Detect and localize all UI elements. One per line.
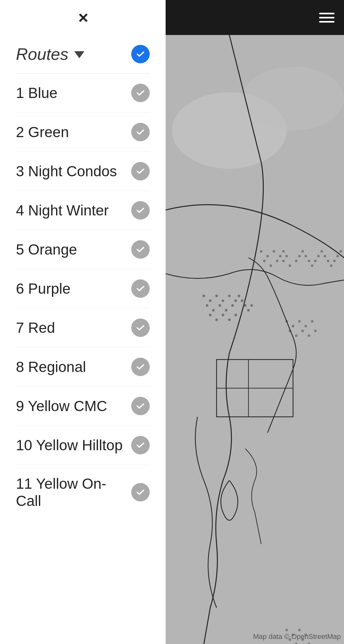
svg-point-39 xyxy=(234,299,237,302)
route-check-8[interactable] xyxy=(131,358,150,376)
svg-point-14 xyxy=(295,260,297,262)
svg-point-4 xyxy=(266,255,269,257)
svg-point-38 xyxy=(231,304,234,307)
svg-point-41 xyxy=(241,299,243,302)
route-check-2[interactable] xyxy=(131,123,150,141)
svg-point-37 xyxy=(225,309,227,312)
svg-point-26 xyxy=(333,260,336,262)
route-item-4[interactable]: 4 Night Winter xyxy=(16,191,150,230)
route-item-9[interactable]: 9 Yellow CMC xyxy=(16,387,150,426)
map-container: Map data © OpenStreetMap xyxy=(166,0,344,644)
svg-point-47 xyxy=(222,314,224,316)
route-check-5[interactable] xyxy=(131,240,150,259)
svg-point-17 xyxy=(305,255,307,257)
svg-point-57 xyxy=(301,330,304,332)
svg-point-7 xyxy=(269,264,272,267)
svg-point-15 xyxy=(298,255,301,257)
svg-point-28 xyxy=(340,250,342,253)
route-name-5: 5 Orange xyxy=(16,241,77,258)
routes-all-check[interactable] xyxy=(131,45,150,63)
route-item-8[interactable]: 8 Regional xyxy=(16,347,150,387)
route-item-2[interactable]: 2 Green xyxy=(16,113,150,152)
svg-point-23 xyxy=(324,255,326,257)
route-name-10: 10 Yellow Hilltop xyxy=(16,437,123,454)
svg-point-16 xyxy=(301,250,304,253)
svg-point-32 xyxy=(222,299,224,302)
route-item-7[interactable]: 7 Red xyxy=(16,308,150,347)
map-attribution: Map data © OpenStreetMap xyxy=(253,633,341,641)
svg-point-49 xyxy=(234,314,237,316)
sidebar-panel: ✕ Routes 1 Blue 2 Green 3 Night Condos 4… xyxy=(0,0,166,644)
svg-point-22 xyxy=(320,250,323,253)
route-check-6[interactable] xyxy=(131,279,150,298)
svg-point-10 xyxy=(282,250,285,253)
svg-point-53 xyxy=(305,325,307,327)
hamburger-menu-button[interactable] xyxy=(319,13,334,23)
svg-point-35 xyxy=(212,309,215,312)
route-name-11: 11 Yellow On-Call xyxy=(16,475,131,509)
route-name-1: 1 Blue xyxy=(16,84,57,102)
svg-point-36 xyxy=(219,304,221,307)
svg-point-52 xyxy=(298,320,301,323)
route-check-10[interactable] xyxy=(131,436,150,454)
close-button[interactable]: ✕ xyxy=(77,12,89,25)
svg-point-13 xyxy=(289,264,291,267)
route-check-9[interactable] xyxy=(131,397,150,415)
routes-dropdown-arrow[interactable] xyxy=(74,51,84,58)
svg-point-29 xyxy=(203,295,205,297)
route-name-3: 3 Night Condos xyxy=(16,163,117,180)
svg-point-12 xyxy=(282,260,285,262)
svg-point-5 xyxy=(273,250,275,253)
routes-label: Routes xyxy=(16,45,68,64)
svg-point-19 xyxy=(311,264,313,267)
svg-point-44 xyxy=(250,304,253,307)
route-list: 1 Blue 2 Green 3 Night Condos 4 Night Wi… xyxy=(0,74,166,520)
svg-point-65 xyxy=(298,629,301,631)
svg-point-34 xyxy=(206,304,208,307)
svg-point-54 xyxy=(311,320,313,323)
route-name-6: 6 Purple xyxy=(16,280,70,297)
route-item-6[interactable]: 6 Purple xyxy=(16,269,150,308)
svg-point-6 xyxy=(263,260,266,262)
svg-point-2 xyxy=(242,67,344,130)
svg-point-25 xyxy=(330,264,333,267)
svg-point-33 xyxy=(228,295,231,297)
svg-point-59 xyxy=(314,330,317,332)
svg-point-9 xyxy=(279,255,282,257)
route-item-1[interactable]: 1 Blue xyxy=(16,74,150,113)
route-check-1[interactable] xyxy=(131,84,150,102)
svg-point-24 xyxy=(327,260,329,262)
svg-point-3 xyxy=(260,250,262,253)
route-check-7[interactable] xyxy=(131,318,150,337)
svg-point-27 xyxy=(336,255,339,257)
map-attribution-text: Map data © OpenStreetMap xyxy=(253,633,341,640)
route-item-10[interactable]: 10 Yellow Hilltop xyxy=(16,426,150,465)
svg-point-21 xyxy=(317,255,320,257)
route-item-3[interactable]: 3 Night Condos xyxy=(16,152,150,191)
map-topbar xyxy=(166,0,344,35)
routes-title-group: Routes xyxy=(16,45,84,64)
route-name-4: 4 Night Winter xyxy=(16,202,109,219)
svg-point-45 xyxy=(209,314,211,316)
svg-point-8 xyxy=(276,260,278,262)
route-name-9: 9 Yellow CMC xyxy=(16,397,107,415)
sidebar-topbar: ✕ xyxy=(0,0,166,35)
route-name-7: 7 Red xyxy=(16,319,55,336)
svg-point-43 xyxy=(247,309,250,312)
route-check-3[interactable] xyxy=(131,162,150,180)
svg-point-58 xyxy=(308,334,310,337)
route-name-8: 8 Regional xyxy=(16,358,86,375)
route-name-2: 2 Green xyxy=(16,123,69,141)
svg-point-18 xyxy=(308,260,310,262)
map-view: Map data © OpenStreetMap xyxy=(166,35,344,644)
route-check-11[interactable] xyxy=(131,483,150,501)
route-item-11[interactable]: 11 Yellow On-Call xyxy=(16,465,150,520)
svg-point-63 xyxy=(285,629,288,631)
svg-point-51 xyxy=(292,325,294,327)
svg-point-30 xyxy=(209,299,211,302)
svg-point-31 xyxy=(215,295,218,297)
svg-point-46 xyxy=(215,318,218,321)
routes-header: Routes xyxy=(0,35,166,73)
route-check-4[interactable] xyxy=(131,201,150,220)
route-item-5[interactable]: 5 Orange xyxy=(16,230,150,269)
